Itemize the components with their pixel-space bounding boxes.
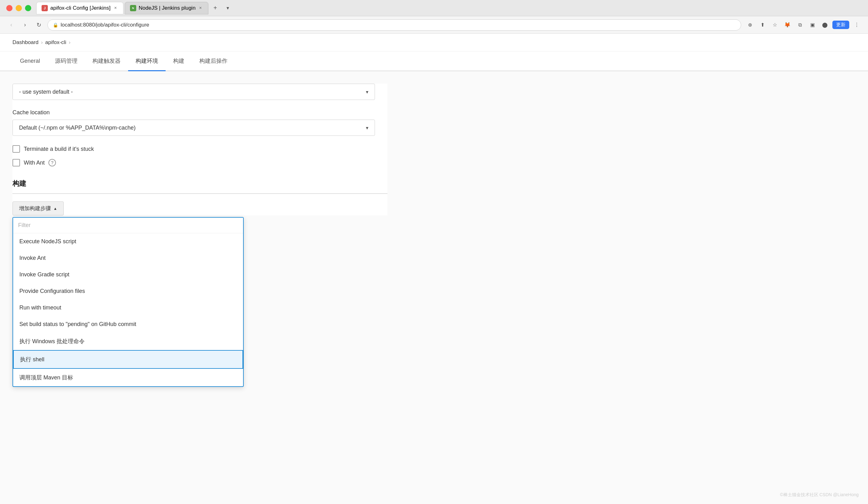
cache-location-section: Cache location Default (~/.npm or %APP_D…	[12, 109, 388, 136]
dropdown-item-label: Provide Configuration files	[19, 288, 85, 294]
chevron-down-icon-2: ▾	[366, 125, 369, 131]
tab-list-button[interactable]: ▾	[222, 2, 234, 14]
build-section-title: 构建	[12, 179, 388, 194]
dropdown-item-label: 执行 shell	[20, 356, 44, 363]
terminate-build-checkbox[interactable]	[12, 145, 20, 153]
main-content: General 源码管理 构建触发器 构建环境 构建 构建后操作 - use s…	[0, 52, 868, 504]
dropdown-item-maven[interactable]: 调用顶层 Maven 目标	[13, 369, 243, 386]
form-section: - use system default - ▾ Cache location …	[12, 84, 388, 216]
system-default-value: - use system default -	[19, 89, 73, 95]
dropdown-item-build-status[interactable]: Set build status to "pending" on GitHub …	[13, 316, 243, 333]
terminate-build-label: Terminate a build if it's stuck	[24, 146, 94, 153]
dropdown-item-label: Execute NodeJS script	[19, 238, 76, 244]
dropdown-item-config-files[interactable]: Provide Configuration files	[13, 283, 243, 300]
breadcrumb-dashboard[interactable]: Dashboard	[12, 39, 39, 45]
dropdown-item-ant[interactable]: Invoke Ant	[13, 250, 243, 266]
arrow-up-icon: ▲	[53, 207, 57, 211]
config-tabs: General 源码管理 构建触发器 构建环境 构建 构建后操作	[0, 52, 868, 71]
watermark: ©棒土猫金技术社区 CSDN @LianeHong	[780, 492, 859, 498]
traffic-lights	[6, 5, 31, 11]
bookmark-button[interactable]: ☆	[770, 20, 780, 30]
breadcrumb-separator-2: ›	[69, 39, 71, 45]
with-ant-label: With Ant	[24, 160, 45, 166]
dropdown-item-label: Set build status to "pending" on GitHub …	[19, 321, 136, 327]
browser-icon: 🦊	[782, 20, 792, 30]
browser-chrome: ‹ › ↻ 🔒 localhost:8080/job/apifox-cli/co…	[0, 16, 868, 34]
tab-source-mgmt[interactable]: 源码管理	[48, 52, 85, 71]
dropdown-item-label: Run with timeout	[19, 304, 61, 311]
profile-button[interactable]: ⬤	[820, 20, 830, 30]
extensions-button[interactable]: ⧉	[795, 20, 805, 30]
tab-close-button-2[interactable]: ✕	[198, 6, 203, 11]
browser-actions: ⊕ ⬆ ☆ 🦊 ⧉ ▣ ⬤ 更新 ⋮	[745, 20, 862, 30]
reload-button[interactable]: ↻	[34, 20, 44, 30]
add-step-container: 增加构建步骤 ▲ Execute NodeJS script Invoke An…	[12, 201, 64, 216]
system-default-select[interactable]: - use system default - ▾	[12, 84, 375, 100]
cache-location-label: Cache location	[12, 109, 388, 116]
translate-button[interactable]: ⊕	[745, 20, 755, 30]
content-area: - use system default - ▾ Cache location …	[0, 71, 868, 504]
add-step-button[interactable]: 增加构建步骤 ▲	[12, 201, 64, 216]
build-section: 构建 增加构建步骤 ▲ Execute NodeJS script	[12, 179, 388, 216]
dropdown-item-gradle[interactable]: Invoke Gradle script	[13, 266, 243, 283]
cache-location-select[interactable]: Default (~/.npm or %APP_DATA%\npm-cache)…	[12, 119, 375, 136]
dropdown-item-label: 调用顶层 Maven 目标	[19, 375, 73, 381]
maximize-window-button[interactable]	[25, 5, 31, 11]
tab-general[interactable]: General	[12, 52, 48, 71]
update-button[interactable]: 更新	[833, 21, 849, 29]
cache-location-value: Default (~/.npm or %APP_DATA%\npm-cache)	[19, 125, 136, 131]
tab-post-build[interactable]: 构建后操作	[192, 52, 235, 71]
tab-build-env[interactable]: 构建环境	[128, 52, 166, 71]
close-window-button[interactable]	[6, 5, 12, 11]
dropdown-filter-input[interactable]	[13, 218, 243, 233]
address-text: localhost:8080/job/apifox-cli/configure	[61, 22, 149, 28]
browser-tabs: J apifox-cli Config [Jenkins] ✕ N NodeJS…	[36, 2, 862, 14]
browser-window: J apifox-cli Config [Jenkins] ✕ N NodeJS…	[0, 0, 868, 504]
menu-button[interactable]: ⋮	[852, 20, 862, 30]
titlebar: J apifox-cli Config [Jenkins] ✕ N NodeJS…	[0, 0, 868, 16]
tab-build-trigger[interactable]: 构建触发器	[85, 52, 128, 71]
with-ant-row: With Ant ?	[12, 159, 388, 166]
tab-label: NodeJS | Jenkins plugin	[139, 5, 196, 11]
chevron-down-icon: ▾	[366, 89, 369, 95]
dropdown-item-nodejs[interactable]: Execute NodeJS script	[13, 233, 243, 250]
dropdown-item-shell[interactable]: 执行 shell	[13, 350, 243, 369]
build-step-dropdown: Execute NodeJS script Invoke Ant Invoke …	[12, 217, 244, 387]
breadcrumb-apifox-cli[interactable]: apifox-cli	[45, 39, 66, 45]
tab-nodejs-plugin[interactable]: N NodeJS | Jenkins plugin ✕	[125, 2, 208, 14]
minimize-window-button[interactable]	[16, 5, 22, 11]
breadcrumb: Dashboard › apifox-cli ›	[0, 34, 868, 52]
with-ant-help-icon[interactable]: ?	[49, 159, 56, 166]
dropdown-item-label: 执行 Windows 批处理命令	[19, 338, 85, 344]
dropdown-item-run-timeout[interactable]: Run with timeout	[13, 300, 243, 316]
tab-label: apifox-cli Config [Jenkins]	[50, 5, 111, 11]
system-default-wrapper: - use system default - ▾	[12, 84, 388, 100]
forward-button[interactable]: ›	[20, 20, 30, 30]
add-step-label: 增加构建步骤	[19, 205, 51, 212]
tab-close-button[interactable]: ✕	[113, 6, 118, 11]
with-ant-checkbox[interactable]	[12, 159, 20, 166]
cache-location-wrapper: Default (~/.npm or %APP_DATA%\npm-cache)…	[12, 119, 388, 136]
share-button[interactable]: ⬆	[757, 20, 767, 30]
address-bar[interactable]: 🔒 localhost:8080/job/apifox-cli/configur…	[48, 19, 741, 31]
sidebar-button[interactable]: ▣	[807, 20, 817, 30]
dropdown-item-windows-batch[interactable]: 执行 Windows 批处理命令	[13, 333, 243, 350]
breadcrumb-separator-1: ›	[41, 39, 43, 45]
back-button[interactable]: ‹	[6, 20, 16, 30]
new-tab-button[interactable]: +	[210, 2, 221, 14]
terminate-build-row: Terminate a build if it's stuck	[12, 145, 388, 153]
dropdown-item-label: Invoke Ant	[19, 255, 45, 261]
tab-apifox-cli-config[interactable]: J apifox-cli Config [Jenkins] ✕	[36, 2, 123, 14]
tab-build[interactable]: 构建	[166, 52, 192, 71]
dropdown-item-label: Invoke Gradle script	[19, 271, 69, 277]
lock-icon: 🔒	[53, 22, 58, 28]
